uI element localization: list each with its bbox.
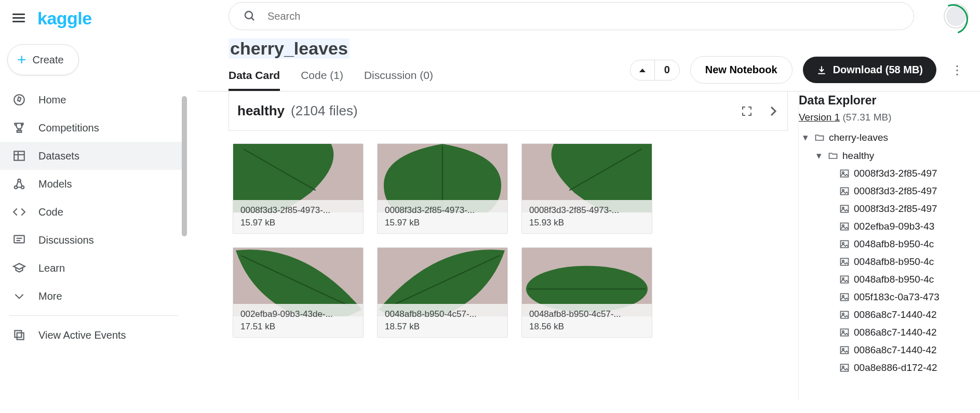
tabs: Data CardCode (1)Discussion (0) xyxy=(229,69,630,91)
code-icon xyxy=(12,205,26,219)
tree-file[interactable]: 0048afb8-b950-4c xyxy=(799,271,976,288)
upvote-button[interactable] xyxy=(630,60,655,80)
nav-item-code[interactable]: Code xyxy=(0,198,187,226)
svg-rect-35 xyxy=(841,276,849,283)
tab-code-[interactable]: Code (1) xyxy=(301,69,343,91)
thumbnail-filename: 0008f3d3-2f85-4973-... xyxy=(385,205,500,216)
tree-file[interactable]: 0048afb8-b950-4c xyxy=(799,253,976,271)
tree-file[interactable]: 0008f3d3-2f85-497 xyxy=(799,200,976,218)
nav-item-discussions[interactable]: Discussions xyxy=(0,226,187,254)
dataset-title: cherry_leaves xyxy=(229,38,350,59)
download-icon xyxy=(816,65,827,75)
svg-rect-11 xyxy=(17,333,24,340)
svg-line-13 xyxy=(251,18,254,20)
tree-file[interactable]: 0086a8c7-1440-42 xyxy=(799,341,976,359)
tab-discussion-[interactable]: Discussion (0) xyxy=(364,69,433,91)
image-file-icon xyxy=(839,239,850,249)
tree-file[interactable]: 002efba9-09b3-43 xyxy=(799,218,976,235)
sidebar-scrollbar[interactable] xyxy=(182,96,187,236)
thumbnail[interactable]: 002efba9-09b3-43de-... 17.51 kB xyxy=(233,247,364,338)
content: healthy (2104 files) 0008f3d3-2f85-4973-… xyxy=(197,91,980,401)
events-icon xyxy=(12,328,26,342)
nav-item-learn[interactable]: Learn xyxy=(0,254,187,282)
nav-item-competitions[interactable]: Competitions xyxy=(0,114,187,142)
download-button[interactable]: Download (58 MB) xyxy=(803,57,936,83)
learn-icon xyxy=(12,261,26,275)
svg-rect-23 xyxy=(841,170,849,177)
nav-item-more[interactable]: More xyxy=(0,282,187,310)
tree-file[interactable]: 005f183c-0a73-473 xyxy=(799,288,976,306)
thumbnail-filename: 0048afb8-b950-4c57-... xyxy=(529,309,645,319)
thumbnail-filename: 0008f3d3-2f85-4973-... xyxy=(529,205,645,216)
tree-file[interactable]: 0048afb8-b950-4c xyxy=(799,235,976,253)
image-file-icon xyxy=(839,345,850,355)
discussions-icon xyxy=(12,233,26,247)
create-button[interactable]: + Create xyxy=(7,44,79,75)
svg-rect-27 xyxy=(841,205,849,212)
svg-rect-41 xyxy=(841,329,849,336)
models-icon xyxy=(12,177,26,191)
tree-file[interactable]: 0008f3d3-2f85-497 xyxy=(799,182,976,200)
image-file-icon xyxy=(839,221,850,232)
tree-folder-root[interactable]: ▾ cherry-leaves xyxy=(799,128,976,146)
view-active-events[interactable]: View Active Events xyxy=(0,321,187,349)
tree-file[interactable]: 0086a8c7-1440-42 xyxy=(799,324,976,341)
chevron-right-icon[interactable] xyxy=(767,105,779,117)
file-tree: ▾ cherry-leaves ▾ healthy 0008f3d3-2f85-… xyxy=(799,128,976,377)
thumbnail[interactable]: 0008f3d3-2f85-4973-... 15.97 kB xyxy=(377,143,508,234)
version-link[interactable]: Version 1 xyxy=(799,112,840,123)
search-input[interactable] xyxy=(267,10,899,22)
topbar xyxy=(197,0,980,32)
chevron-down-icon xyxy=(12,289,26,303)
image-file-icon xyxy=(839,204,850,214)
thumbnail[interactable]: 0048afb8-b950-4c57-... 18.56 kB xyxy=(521,247,652,338)
thumbnail-meta: 0008f3d3-2f85-4973-... 15.97 kB xyxy=(378,200,507,233)
trophy-icon xyxy=(12,121,26,135)
compass-icon xyxy=(12,93,26,106)
nav-item-models[interactable]: Models xyxy=(0,170,187,198)
tree-file[interactable]: 0008f3d3-2f85-497 xyxy=(799,165,976,182)
search-box[interactable] xyxy=(229,2,914,30)
svg-rect-37 xyxy=(841,294,849,300)
svg-rect-29 xyxy=(841,223,849,230)
thumbnail-size: 15.93 kB xyxy=(529,218,645,228)
fullscreen-icon[interactable] xyxy=(741,105,753,117)
thumbnail-meta: 0048afb8-b950-4c57-... 18.57 kB xyxy=(378,304,507,337)
tree-file[interactable]: 0086a8c7-1440-42 xyxy=(799,306,976,324)
svg-rect-10 xyxy=(15,330,21,337)
user-avatar[interactable] xyxy=(945,5,968,28)
menu-toggle[interactable] xyxy=(12,11,27,26)
image-file-icon xyxy=(839,327,850,338)
thumbnail-meta: 0048afb8-b950-4c57-... 18.56 kB xyxy=(522,304,652,337)
thumbnail-grid: 0008f3d3-2f85-4973-... 15.97 kB 0008f3d3… xyxy=(229,131,788,350)
sidebar: kaggle + Create HomeCompetitionsDatasets… xyxy=(0,0,187,413)
new-notebook-button[interactable]: New Notebook xyxy=(690,56,793,84)
thumbnail-filename: 002efba9-09b3-43de-... xyxy=(240,309,356,319)
kaggle-logo[interactable]: kaggle xyxy=(37,8,92,29)
more-menu[interactable]: ⋮ xyxy=(947,59,968,82)
caret-up-icon xyxy=(639,68,646,73)
image-file-icon xyxy=(839,363,850,373)
svg-rect-31 xyxy=(841,241,849,247)
thumbnail[interactable]: 0008f3d3-2f85-4973-... 15.97 kB xyxy=(233,143,364,234)
version-size: (57.31 MB) xyxy=(843,112,892,123)
tree-file[interactable]: 00a8e886-d172-42 xyxy=(799,359,976,377)
nav-list: HomeCompetitionsDatasetsModelsCodeDiscus… xyxy=(0,86,187,310)
folder-name: healthy xyxy=(237,103,285,119)
nav-item-home[interactable]: Home xyxy=(0,86,187,114)
nav-item-datasets[interactable]: Datasets xyxy=(0,142,187,170)
thumbnail[interactable]: 0008f3d3-2f85-4973-... 15.93 kB xyxy=(521,143,652,234)
thumbnail-size: 17.51 kB xyxy=(240,322,356,332)
image-file-icon xyxy=(839,168,850,179)
table-icon xyxy=(12,149,26,163)
thumbnail[interactable]: 0048afb8-b950-4c57-... 18.57 kB xyxy=(377,247,508,338)
tab-data-card[interactable]: Data Card xyxy=(229,69,280,91)
image-file-icon xyxy=(839,257,850,267)
thumbnail-size: 15.97 kB xyxy=(240,218,356,228)
tree-folder-sub[interactable]: ▾ healthy xyxy=(799,146,976,165)
svg-point-12 xyxy=(245,11,252,19)
folder-icon xyxy=(814,132,825,143)
thumbnail-size: 15.97 kB xyxy=(385,218,500,228)
folder-header: healthy (2104 files) xyxy=(229,91,788,131)
svg-rect-7 xyxy=(14,235,24,243)
